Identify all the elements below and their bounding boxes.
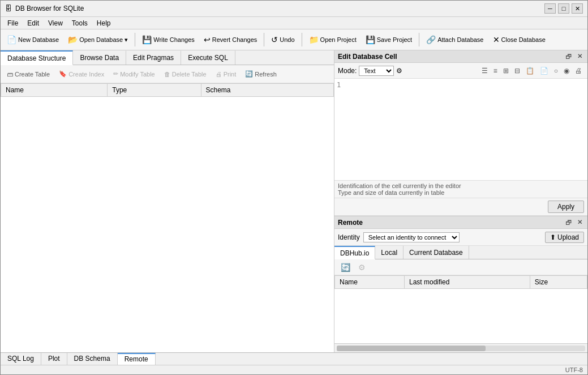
remote-action-bar: 🔄 ⚙ [334, 259, 587, 275]
left-panel: Database Structure Browse Data Edit Prag… [1, 50, 334, 352]
mode-icon-7[interactable]: ○ [552, 66, 560, 76]
status-bar: UTF-8 [1, 365, 587, 374]
edit-cell-close-button[interactable]: ✕ [576, 53, 584, 60]
create-index-button[interactable]: 🔖 Create Index [55, 69, 108, 79]
toolbar: 📄 New Database 📂 Open Database ▾ 💾 Write… [1, 29, 587, 50]
create-index-icon: 🔖 [59, 70, 67, 78]
remote-tab-local-label: Local [381, 249, 397, 257]
remote-panel: Remote 🗗 ✕ Identity Select an identity t… [334, 216, 587, 352]
close-db-icon: ✕ [493, 35, 500, 44]
print-button[interactable]: 🖨 Print [212, 69, 241, 79]
upload-label: Upload [557, 233, 579, 241]
tab-database-structure[interactable]: Database Structure [1, 50, 73, 65]
remote-float-button[interactable]: 🗗 [564, 219, 573, 226]
mode-icon-6[interactable]: 📄 [538, 66, 551, 76]
tab-execute-sql-label: Execute SQL [188, 54, 228, 62]
remote-scrollbar[interactable] [337, 346, 585, 351]
create-index-label: Create Index [68, 71, 104, 78]
delete-table-button[interactable]: 🗑 Delete Table [160, 69, 211, 79]
remote-tab-local[interactable]: Local [375, 246, 404, 259]
refresh-button[interactable]: 🔄 Refresh [241, 69, 281, 79]
identity-select[interactable]: Select an identity to connect [363, 232, 460, 242]
menu-view[interactable]: View [44, 18, 67, 28]
modify-table-label: Modify Table [120, 71, 155, 78]
mode-icon-2[interactable]: ≡ [491, 66, 500, 76]
remote-tab-current-db-label: Current Database [409, 249, 463, 257]
mode-bar: Mode: Text Binary Null Real ⚙ ☰ ≡ ⊞ ⊟ 📋 [334, 63, 587, 79]
save-project-button[interactable]: 💾 Save Project [362, 33, 416, 46]
open-project-button[interactable]: 📁 Open Project [305, 33, 360, 46]
remote-col-size: Size [530, 276, 587, 289]
mode-icon-8[interactable]: ◉ [561, 66, 572, 76]
open-database-button[interactable]: 📂 Open Database ▾ [64, 33, 132, 46]
cell-editor[interactable]: 1 [334, 79, 587, 181]
new-database-button[interactable]: 📄 New Database [3, 33, 63, 46]
close-button[interactable]: ✕ [572, 3, 583, 14]
close-database-button[interactable]: ✕ Close Database [489, 33, 550, 46]
open-project-label: Open Project [320, 36, 357, 43]
refresh-icon: 🔄 [245, 70, 253, 78]
maximize-button[interactable]: □ [558, 3, 569, 14]
cell-apply-bar: Apply [334, 198, 587, 216]
remote-tab-current-db[interactable]: Current Database [404, 246, 469, 259]
remote-scrollbar-thumb [337, 346, 486, 351]
structure-table: Name Type Schema [1, 83, 334, 97]
mode-icon-4[interactable]: ⊟ [512, 66, 522, 76]
bottom-tab-sql-log[interactable]: SQL Log [1, 353, 41, 364]
bottom-tab-remote[interactable]: Remote [118, 353, 156, 364]
attach-database-button[interactable]: 🔗 Attach Database [422, 33, 487, 46]
bottom-tab-remote-label: Remote [125, 355, 148, 363]
main-layout: Database Structure Browse Data Edit Prag… [1, 50, 587, 352]
tab-edit-pragmas-label: Edit Pragmas [133, 54, 174, 62]
edit-cell-panel: Edit Database Cell 🗗 ✕ Mode: Text Binary… [334, 50, 587, 216]
menu-file[interactable]: File [3, 18, 23, 28]
attach-database-label: Attach Database [437, 36, 483, 43]
cell-info-line2: Type and size of data currently in table [338, 189, 584, 196]
write-changes-label: Write Changes [153, 36, 195, 43]
mode-icon-3[interactable]: ⊞ [501, 66, 511, 76]
undo-label: Undo [280, 36, 294, 43]
tab-browse-data[interactable]: Browse Data [73, 50, 126, 65]
bottom-tab-sql-log-label: SQL Log [7, 355, 34, 363]
modify-table-button[interactable]: ✏ Modify Table [109, 69, 159, 79]
remote-tab-dbhub[interactable]: DBHub.io [334, 246, 375, 259]
apply-button[interactable]: Apply [548, 201, 584, 213]
remote-refresh-icon[interactable]: 🔄 [338, 262, 353, 273]
menu-edit[interactable]: Edit [23, 18, 44, 28]
undo-button[interactable]: ↺ Undo [267, 33, 298, 46]
menu-help[interactable]: Help [92, 18, 115, 28]
mode-icon-1[interactable]: ☰ [479, 66, 490, 76]
open-project-icon: 📁 [309, 35, 319, 44]
upload-button[interactable]: ⬆ Upload [545, 232, 584, 243]
attach-db-icon: 🔗 [426, 35, 436, 44]
revert-changes-button[interactable]: ↩ Revert Changes [200, 33, 261, 46]
remote-close-button[interactable]: ✕ [576, 219, 584, 226]
remote-col-modified: Last modified [404, 276, 530, 289]
mode-gear-icon[interactable]: ⚙ [396, 67, 402, 75]
tab-browse-data-label: Browse Data [80, 54, 119, 62]
revert-changes-label: Revert Changes [212, 36, 257, 43]
minimize-button[interactable]: ─ [544, 3, 556, 14]
remote-action-icon-2[interactable]: ⚙ [355, 262, 368, 273]
tab-execute-sql[interactable]: Execute SQL [181, 50, 235, 65]
save-project-label: Save Project [377, 36, 412, 43]
title-bar: 🗄 DB Browser for SQLite ─ □ ✕ [1, 1, 587, 17]
mode-icon-print[interactable]: 🖨 [573, 66, 584, 76]
menu-tools[interactable]: Tools [67, 18, 92, 28]
create-table-button[interactable]: 🗃 Create Table [3, 69, 54, 79]
delete-table-label: Delete Table [172, 71, 207, 78]
bottom-tab-db-schema[interactable]: DB Schema [67, 353, 118, 364]
identity-bar: Identity Select an identity to connect ⬆… [334, 229, 587, 246]
revert-icon: ↩ [204, 35, 211, 44]
bottom-tab-plot[interactable]: Plot [41, 353, 67, 364]
write-changes-button[interactable]: 💾 Write Changes [138, 33, 199, 46]
mode-select[interactable]: Text Binary Null Real [359, 66, 394, 76]
tab-edit-pragmas[interactable]: Edit Pragmas [126, 50, 181, 65]
edit-cell-float-button[interactable]: 🗗 [564, 53, 573, 60]
line-number: 1 [337, 81, 348, 89]
mode-icon-5[interactable]: 📋 [523, 66, 537, 76]
toolbar-sep-4 [419, 33, 419, 46]
toolbar-sep-2 [264, 33, 264, 46]
right-panel: Edit Database Cell 🗗 ✕ Mode: Text Binary… [334, 50, 587, 352]
upload-icon: ⬆ [550, 233, 556, 241]
